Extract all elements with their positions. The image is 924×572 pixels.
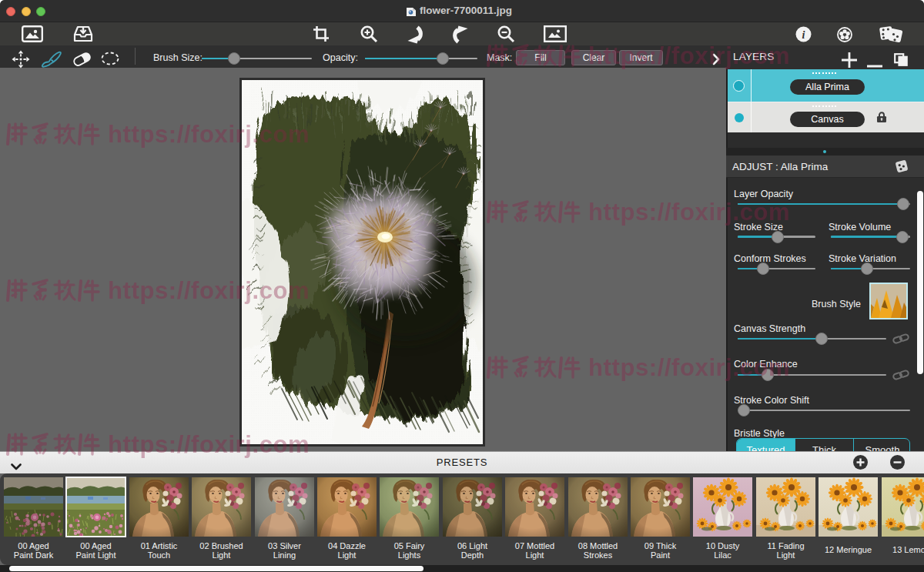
svg-text:i: i [802,29,805,41]
